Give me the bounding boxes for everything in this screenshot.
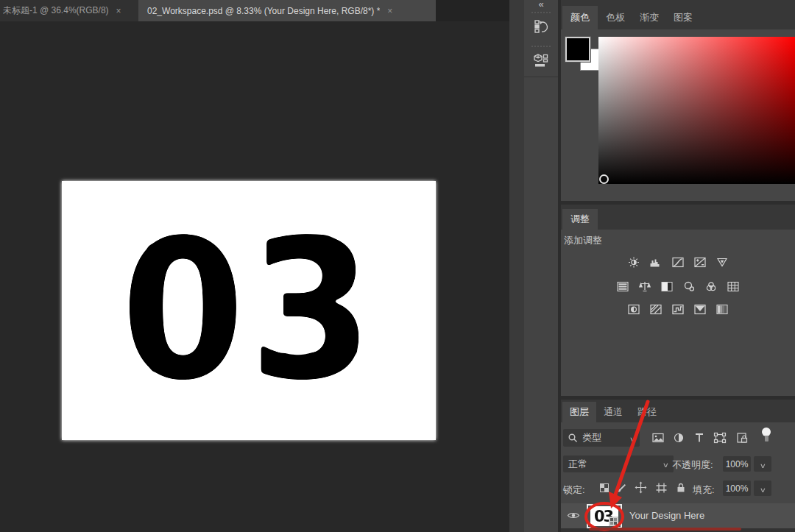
layer-filter-kind-dropdown[interactable]: 类型 — [563, 429, 640, 447]
color-picker-handle[interactable] — [599, 174, 609, 184]
chevron-down-icon — [630, 433, 635, 444]
lock-label: 锁定: — [563, 483, 585, 497]
search-icon — [568, 433, 578, 443]
opacity-label: 不透明度: — [672, 458, 713, 472]
tab-label: 图层 — [570, 405, 589, 419]
filter-pixel-layers-icon[interactable] — [651, 431, 665, 444]
document-tab-label: 未标题-1 @ 36.4%(RGB/8) — [3, 4, 109, 17]
document-tab-untitled[interactable]: 未标题-1 @ 36.4%(RGB/8) × — [0, 0, 138, 21]
adjustment-icons-row-1 — [561, 256, 795, 269]
layer-name: Your Design Here — [629, 510, 704, 521]
opacity-dropdown-button[interactable] — [754, 456, 771, 472]
adjustment-hue-saturation-icon[interactable] — [615, 280, 630, 293]
adjustment-threshold-icon[interactable] — [671, 303, 685, 316]
tab-label: 渐变 — [640, 11, 659, 24]
color-picker-field[interactable] — [598, 37, 795, 184]
tab-label: 通道 — [604, 405, 623, 419]
canvas-area[interactable]: 03 — [0, 21, 509, 532]
layer-thumbnail-selection[interactable]: 03 — [587, 504, 622, 528]
history-panel-icon[interactable] — [531, 16, 551, 37]
lock-image-pixels-icon[interactable] — [615, 481, 629, 494]
panel-grip — [531, 12, 551, 13]
chevron-down-icon — [760, 458, 766, 471]
adjustment-brightness-contrast-icon[interactable] — [626, 256, 641, 269]
right-panel-dock: 颜色 色板 渐变 图案 调整 添加调整 — [561, 0, 795, 532]
tab-label: 路径 — [637, 405, 657, 419]
close-icon[interactable]: × — [116, 6, 121, 16]
tab-label: 调整 — [570, 213, 590, 226]
fill-dropdown-button[interactable] — [754, 480, 771, 496]
adjustment-levels-icon[interactable] — [649, 256, 663, 269]
blend-mode-dropdown[interactable]: 正常 — [563, 455, 674, 472]
tab-swatches[interactable]: 色板 — [598, 6, 633, 29]
blend-mode-value: 正常 — [568, 458, 587, 471]
color-panel-tabstrip: 颜色 色板 渐变 图案 — [561, 0, 795, 29]
adjustment-channel-mixer-icon[interactable] — [704, 280, 718, 293]
tab-gradients[interactable]: 渐变 — [632, 6, 667, 29]
fill-value-field[interactable]: 100% — [723, 480, 751, 496]
adjustment-black-white-icon[interactable] — [660, 280, 674, 293]
adjustment-icons-row-2 — [561, 280, 795, 293]
lock-all-icon[interactable] — [674, 481, 688, 494]
panel-grip — [531, 46, 551, 47]
collapse-panels-icon[interactable]: « — [524, 0, 558, 10]
tab-patterns[interactable]: 图案 — [665, 6, 701, 29]
document-tab-bar: 未标题-1 @ 36.4%(RGB/8) × 02_Workspace.psd … — [0, 0, 509, 21]
tab-label: 颜色 — [570, 11, 590, 24]
filter-adjustment-layers-icon[interactable] — [671, 431, 686, 444]
3d-properties-panel-icon[interactable] — [531, 50, 551, 71]
glitch-artwork: 03 — [62, 181, 436, 440]
layer-thumbnail[interactable]: 03 — [590, 506, 618, 526]
smart-object-badge-icon — [609, 517, 618, 526]
toggle-stem — [765, 436, 768, 441]
tab-label: 图案 — [674, 11, 693, 24]
adjustments-tabstrip: 调整 — [561, 205, 795, 230]
lock-position-icon[interactable] — [634, 481, 647, 494]
layers-panel-bottom-edge — [561, 528, 795, 532]
foreground-background-swatches — [565, 37, 602, 74]
document-tab-workspace[interactable]: 02_Workspace.psd @ 8.33% (Your Design He… — [138, 0, 436, 21]
layer-row[interactable]: 03 Your Design Here — [561, 503, 795, 528]
adjustment-curves-icon[interactable] — [671, 256, 685, 269]
adjustment-color-lookup-icon[interactable] — [726, 280, 741, 293]
filter-shape-layers-icon[interactable] — [713, 431, 727, 444]
add-adjustment-label: 添加调整 — [564, 234, 602, 247]
chevron-down-icon — [760, 482, 766, 495]
layer-filter-toggle[interactable] — [761, 428, 771, 444]
tab-paths[interactable]: 路径 — [630, 402, 664, 422]
artboard[interactable]: 03 — [62, 181, 436, 440]
fill-label: 填充: — [693, 483, 715, 497]
lock-transparent-pixels-icon[interactable] — [598, 481, 611, 494]
layer-visibility-eye-icon[interactable] — [567, 510, 580, 521]
dock-divider — [524, 77, 558, 77]
adjustment-vibrance-icon[interactable] — [715, 256, 729, 269]
adjustment-icons-row-3 — [561, 303, 795, 316]
opacity-value-field[interactable]: 100% — [723, 456, 751, 472]
adjustment-gradient-map-icon[interactable] — [693, 303, 707, 316]
tab-channels[interactable]: 通道 — [596, 402, 630, 422]
close-icon[interactable]: × — [387, 6, 392, 16]
adjustment-selective-color-icon[interactable] — [715, 303, 729, 316]
dock-edge-column — [509, 0, 524, 532]
adjustment-color-balance-icon[interactable] — [637, 280, 652, 293]
adjustment-photo-filter-icon[interactable] — [682, 280, 696, 293]
tab-label: 色板 — [606, 11, 625, 24]
lock-artboard-icon[interactable] — [654, 481, 668, 494]
foreground-color-swatch[interactable] — [565, 37, 590, 62]
tab-layers[interactable]: 图层 — [562, 402, 596, 422]
tab-color[interactable]: 颜色 — [562, 6, 598, 29]
adjustment-exposure-icon[interactable] — [693, 256, 707, 269]
adjustment-invert-icon[interactable] — [626, 303, 641, 316]
photoshop-window: 未标题-1 @ 36.4%(RGB/8) × 02_Workspace.psd … — [0, 0, 795, 532]
layers-tabstrip: 图层 通道 路径 — [561, 400, 795, 422]
document-tab-label: 02_Workspace.psd @ 8.33% (Your Design He… — [147, 6, 380, 16]
chevron-down-icon — [663, 458, 668, 469]
glitch-streak — [143, 371, 209, 372]
filter-smart-objects-icon[interactable] — [735, 431, 749, 444]
adjustment-posterize-icon[interactable] — [649, 303, 663, 316]
filter-kind-label: 类型 — [582, 431, 601, 444]
tab-adjustments[interactable]: 调整 — [562, 209, 598, 230]
glitch-streak — [130, 244, 211, 246]
glitch-number-text: 03 — [121, 214, 377, 407]
filter-type-layers-icon[interactable] — [692, 431, 707, 444]
